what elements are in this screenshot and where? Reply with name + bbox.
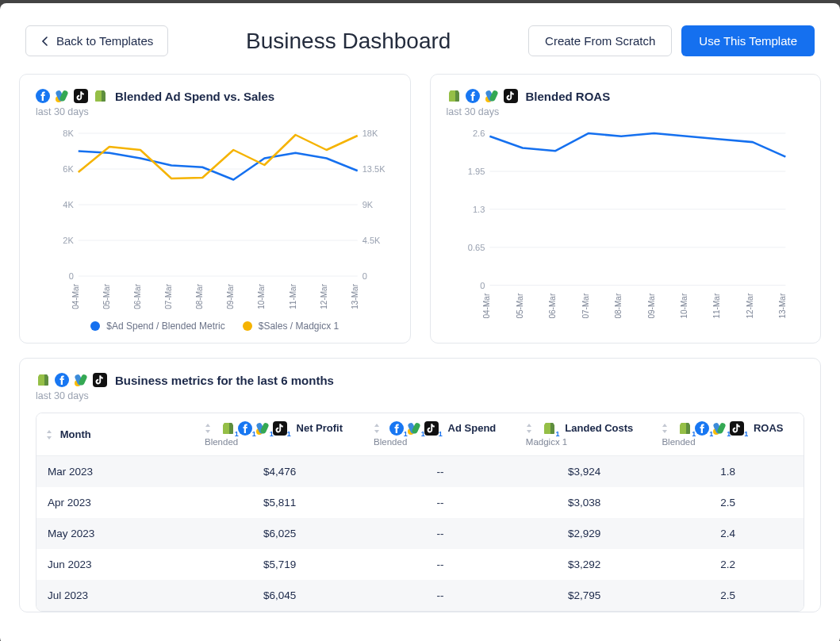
svg-text:1.3: 1.3 — [472, 205, 484, 214]
facebook-icon — [388, 421, 405, 436]
svg-text:08-Mar: 08-Mar — [195, 283, 204, 309]
google-ads-icon — [485, 89, 499, 103]
tiktok-icon — [271, 421, 289, 436]
card-business-metrics: Business metrics for the last 6 months l… — [19, 358, 821, 612]
chart-roas: 2.61.951.30.65004-Mar05-Mar06-Mar07-Mar0… — [447, 125, 805, 325]
tiktok-icon — [74, 89, 88, 103]
svg-text:06-Mar: 06-Mar — [133, 283, 142, 309]
card-subtitle: last 30 days — [36, 106, 394, 117]
svg-text:13-Mar: 13-Mar — [351, 283, 359, 309]
col-ad-spend[interactable]: Ad Spend Blended — [364, 413, 516, 456]
chart-spend-vs-sales: 8K6K4K2K018K13.5K9K4.5K004-Mar05-Mar06-M… — [36, 125, 394, 316]
cell-month: Mar 2023 — [36, 456, 195, 488]
card-roas: Blended ROAS last 30 days 2.61.951.30.65… — [430, 74, 822, 344]
tiktok-icon — [423, 421, 440, 436]
table-row: Mar 2023 $4,476 -- $3,924 1.8 — [36, 456, 804, 488]
svg-text:04-Mar: 04-Mar — [482, 293, 491, 319]
svg-text:07-Mar: 07-Mar — [164, 283, 173, 309]
svg-text:4.5K: 4.5K — [362, 236, 381, 245]
facebook-icon — [693, 421, 711, 436]
legend-b: $Sales / Madgicx 1 — [259, 320, 339, 332]
cell-ad-spend: -- — [364, 456, 516, 488]
cell-landed: $2,929 — [516, 518, 653, 549]
cell-landed: $3,038 — [516, 487, 653, 518]
tiktok-icon — [504, 89, 518, 103]
source-icons — [36, 89, 107, 103]
card-subtitle: last 30 days — [36, 390, 804, 401]
tiktok-icon — [93, 373, 107, 387]
sort-icon — [662, 424, 668, 433]
col-roas[interactable]: ROAS Blended — [652, 413, 804, 456]
source-icons — [36, 373, 107, 387]
shopify-icon — [676, 421, 693, 436]
cell-net-profit: $5,719 — [195, 549, 364, 580]
sort-icon — [46, 430, 52, 439]
card-title: Business metrics for the last 6 months — [115, 374, 334, 387]
svg-text:13.5K: 13.5K — [362, 164, 385, 174]
cell-month: May 2023 — [36, 518, 195, 549]
shopify-icon — [447, 89, 461, 103]
shopify-icon — [36, 373, 50, 387]
svg-text:10-Mar: 10-Mar — [680, 293, 688, 319]
legend-dot-yellow — [243, 321, 252, 331]
tiktok-icon — [728, 421, 746, 436]
svg-text:12-Mar: 12-Mar — [320, 283, 328, 309]
svg-text:05-Mar: 05-Mar — [515, 293, 524, 319]
sort-icon — [526, 424, 532, 433]
cell-net-profit: $6,045 — [195, 580, 364, 611]
google-ads-icon — [711, 421, 728, 436]
use-this-template-button[interactable]: Use This Template — [681, 25, 815, 56]
shopify-icon — [540, 421, 558, 436]
source-icons — [447, 89, 518, 103]
svg-text:10-Mar: 10-Mar — [257, 283, 266, 309]
legend-a: $Ad Spend / Blended Metric — [106, 320, 224, 332]
card-spend-vs-sales: Blended Ad Spend vs. Sales last 30 days … — [19, 74, 411, 344]
cell-roas: 2.2 — [652, 549, 804, 580]
page-title: Business Dashboard — [246, 29, 451, 54]
sort-icon — [205, 424, 211, 433]
svg-text:2K: 2K — [63, 236, 74, 245]
chevron-left-icon — [40, 36, 50, 46]
card-title: Blended ROAS — [526, 90, 611, 103]
table-row: May 2023 $6,025 -- $2,929 2.4 — [36, 518, 804, 549]
cell-roas: 1.8 — [652, 456, 804, 488]
facebook-icon — [55, 373, 69, 387]
google-ads-icon — [74, 373, 88, 387]
svg-text:1.95: 1.95 — [467, 167, 485, 176]
create-from-scratch-button[interactable]: Create From Scratch — [528, 25, 672, 56]
svg-text:09-Mar: 09-Mar — [646, 293, 655, 319]
svg-text:11-Mar: 11-Mar — [712, 293, 721, 319]
svg-text:07-Mar: 07-Mar — [581, 293, 589, 319]
svg-text:9K: 9K — [362, 200, 374, 209]
cell-ad-spend: -- — [364, 580, 516, 611]
back-to-templates-button[interactable]: Back to Templates — [25, 25, 168, 56]
svg-text:18K: 18K — [362, 129, 378, 138]
chart-legend: $Ad Spend / Blended Metric $Sales / Madg… — [36, 320, 394, 332]
svg-text:08-Mar: 08-Mar — [614, 293, 623, 319]
card-subtitle: last 30 days — [447, 106, 805, 117]
sort-icon — [374, 424, 380, 433]
cell-landed: $3,924 — [516, 456, 653, 488]
col-landed-costs[interactable]: Landed Costs Madgicx 1 — [516, 413, 653, 456]
col-month[interactable]: Month — [36, 413, 195, 456]
metrics-table: Month Net Profit — [36, 413, 804, 611]
facebook-icon — [36, 89, 50, 103]
table-row: Jun 2023 $5,719 -- $3,292 2.2 — [36, 549, 804, 580]
svg-text:0.65: 0.65 — [467, 243, 485, 252]
card-title: Blended Ad Spend vs. Sales — [115, 90, 274, 103]
cell-ad-spend: -- — [364, 487, 516, 518]
cell-landed: $3,292 — [516, 549, 653, 580]
shopify-icon — [93, 89, 107, 103]
svg-text:04-Mar: 04-Mar — [71, 283, 80, 309]
svg-text:13-Mar: 13-Mar — [778, 293, 787, 319]
col-net-profit[interactable]: Net Profit Blended — [195, 413, 364, 456]
cell-month: Apr 2023 — [36, 487, 195, 518]
table-row: Jul 2023 $6,045 -- $2,795 2.5 — [36, 580, 804, 611]
google-ads-icon — [55, 89, 69, 103]
svg-text:06-Mar: 06-Mar — [548, 293, 557, 319]
svg-text:12-Mar: 12-Mar — [745, 293, 754, 319]
cell-net-profit: $6,025 — [195, 518, 364, 549]
svg-text:6K: 6K — [63, 164, 74, 174]
shopify-icon — [219, 421, 236, 436]
cell-net-profit: $5,811 — [195, 487, 364, 518]
